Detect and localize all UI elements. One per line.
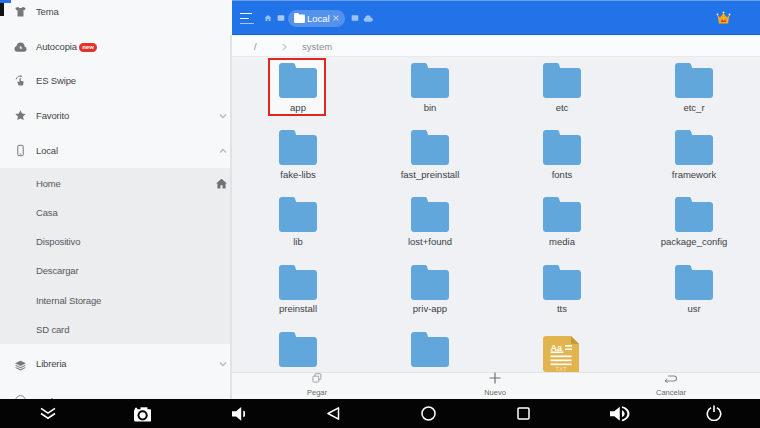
svg-text:TXT: TXT: [555, 366, 567, 372]
svg-text:Aa: Aa: [551, 343, 563, 353]
